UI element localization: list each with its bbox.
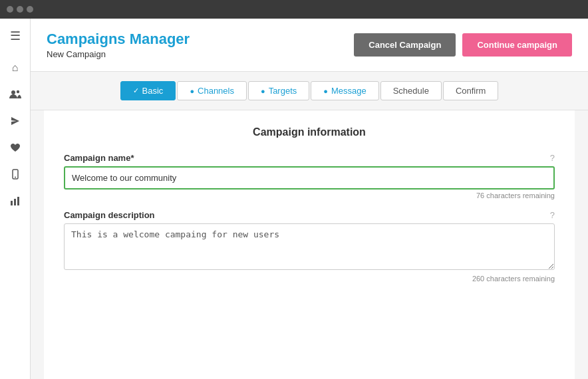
tabs-bar: ✓ Basic ● Channels ● Targets ● Message S… bbox=[31, 72, 588, 110]
campaign-description-help[interactable]: ? bbox=[550, 210, 555, 220]
campaign-description-label: Campaign description bbox=[64, 210, 155, 220]
svg-rect-4 bbox=[11, 201, 13, 205]
tab-schedule[interactable]: Schedule bbox=[380, 81, 442, 100]
cancel-campaign-button[interactable]: Cancel Campaign bbox=[354, 33, 456, 57]
tab-message-label: Message bbox=[331, 86, 367, 96]
tab-confirm-label: Confirm bbox=[456, 86, 486, 96]
svg-rect-6 bbox=[17, 197, 19, 205]
dot-1 bbox=[7, 6, 13, 13]
send-icon[interactable] bbox=[3, 109, 27, 133]
home-icon[interactable]: ⌂ bbox=[3, 56, 27, 80]
tab-channels-label: Channels bbox=[198, 86, 234, 96]
tab-message[interactable]: ● Message bbox=[311, 81, 378, 100]
svg-point-1 bbox=[16, 90, 19, 93]
users-icon[interactable] bbox=[3, 82, 27, 106]
campaign-description-group: Campaign description ? This is a welcome… bbox=[64, 210, 555, 283]
heart-icon[interactable] bbox=[3, 136, 27, 160]
svg-rect-5 bbox=[14, 199, 16, 205]
campaign-description-chars: 260 characters remaining bbox=[64, 275, 555, 283]
tab-basic-label: Basic bbox=[142, 86, 164, 96]
tab-targets[interactable]: ● Targets bbox=[248, 81, 309, 100]
section-title: Campaign information bbox=[64, 126, 555, 138]
page-title: Campaigns Manager bbox=[47, 31, 190, 48]
campaign-name-help[interactable]: ? bbox=[550, 153, 555, 163]
campaign-name-label-row: Campaign name* ? bbox=[64, 153, 555, 163]
campaign-name-input[interactable] bbox=[64, 166, 555, 190]
window-controls bbox=[7, 6, 33, 13]
tab-channels[interactable]: ● Channels bbox=[177, 81, 247, 100]
header-left: Campaigns Manager New Campaign bbox=[47, 31, 190, 59]
tab-targets-label: Targets bbox=[269, 86, 297, 96]
app-container: ☰ ⌂ Campaigns Manager New Campaign Cance… bbox=[0, 19, 588, 379]
campaign-name-label: Campaign name* bbox=[64, 153, 134, 163]
page-header: Campaigns Manager New Campaign Cancel Ca… bbox=[31, 19, 588, 72]
tab-targets-check: ● bbox=[261, 87, 265, 95]
sidebar: ☰ ⌂ bbox=[0, 19, 31, 379]
content-area: Campaign information Campaign name* ? 76… bbox=[31, 110, 588, 379]
chart-icon[interactable] bbox=[3, 189, 27, 213]
header-actions: Cancel Campaign Continue campaign bbox=[354, 33, 572, 57]
title-bar bbox=[0, 0, 588, 19]
menu-icon[interactable]: ☰ bbox=[3, 24, 27, 48]
svg-point-0 bbox=[11, 90, 15, 94]
main-content: Campaigns Manager New Campaign Cancel Ca… bbox=[31, 19, 588, 379]
tab-basic[interactable]: ✓ Basic bbox=[120, 81, 176, 100]
tab-channels-check: ● bbox=[190, 87, 194, 95]
continue-campaign-button[interactable]: Continue campaign bbox=[462, 33, 572, 57]
page-subtitle: New Campaign bbox=[47, 49, 190, 59]
campaign-name-chars: 76 characters remaining bbox=[64, 191, 555, 199]
tab-message-check: ● bbox=[323, 87, 328, 95]
mobile-icon[interactable] bbox=[3, 162, 27, 186]
tab-basic-check: ✓ bbox=[133, 86, 139, 95]
campaign-description-label-row: Campaign description ? bbox=[64, 210, 555, 220]
campaign-description-textarea[interactable]: This is a welcome campaing for new users bbox=[64, 223, 555, 270]
campaign-name-group: Campaign name* ? 76 characters remaining bbox=[64, 153, 555, 199]
tab-confirm[interactable]: Confirm bbox=[443, 81, 499, 100]
dot-3 bbox=[27, 6, 33, 13]
dot-2 bbox=[17, 6, 23, 13]
content-inner: Campaign information Campaign name* ? 76… bbox=[44, 110, 575, 379]
tab-schedule-label: Schedule bbox=[393, 86, 429, 96]
